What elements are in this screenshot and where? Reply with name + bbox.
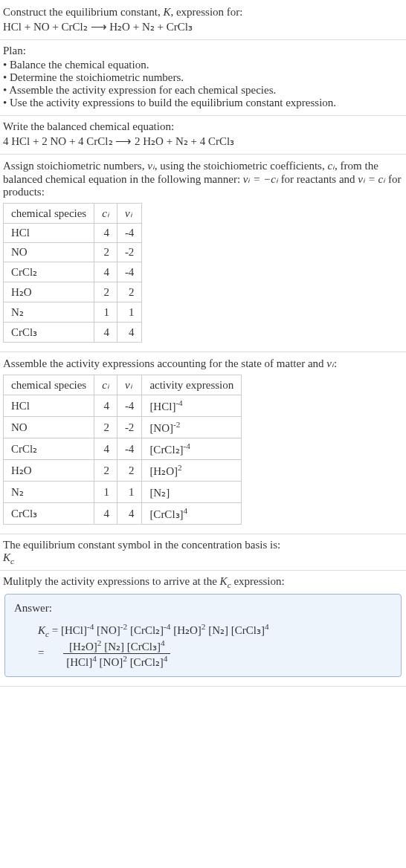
multiply-text: Mulitply the activity expressions to arr… [3,575,403,589]
cell-activity: [N₂] [142,482,242,503]
answer-label: Answer: [14,602,392,615]
col-c: cᵢ [94,375,117,395]
act-exp: 2 [178,463,182,472]
table-row: HCl4-4[HCl]-4 [4,395,242,417]
activity-heading-b: : [334,357,337,369]
cell-c: 4 [94,503,117,525]
cell-c: 2 [94,243,117,262]
stoich-text: Assign stoichiometric numbers, νᵢ, using… [3,159,403,198]
plan-item: Assemble the activity expression for eac… [3,84,403,97]
multiply-section: Mulitply the activity expressions to arr… [0,571,406,687]
kc-line-2: = [H₂O]2 [N₂] [CrCl₃]4 [HCl]4 [NO]2 [CrC… [38,638,392,669]
term-base: [N₂] [208,624,228,636]
cell-c: 1 [94,302,117,323]
kc-line-1: Kc = [HCl]-4 [NO]-2 [CrCl₂]-4 [H₂O]2 [N₂… [38,622,392,638]
intro-text-a: Construct the equilibrium constant, [3,6,163,18]
act-base: [H₂O] [149,465,178,477]
table-row: H₂O22[H₂O]2 [4,460,242,482]
kc-term: [HCl]-4 [61,624,94,636]
term-base: [CrCl₃] [231,624,265,636]
cell-species: CrCl₃ [4,503,94,525]
cell-species: CrCl₃ [4,323,94,343]
kc-frac-den: [HCl]4 [NO]2 [CrCl₂]4 [63,654,170,669]
balanced-heading: Write the balanced chemical equation: [3,120,403,133]
table-row: CrCl₂4-4 [4,262,142,282]
act-base: [CrCl₂] [149,444,183,456]
act-exp: 4 [184,506,188,515]
balanced-section: Write the balanced chemical equation: 4 … [0,116,406,155]
term-base: [CrCl₃] [127,641,161,652]
cell-c: 4 [94,323,117,343]
table-row: NO2-2[NO]-2 [4,417,242,438]
kc-eq2: = [38,647,47,658]
act-base: [CrCl₃] [149,508,183,520]
stoich-section: Assign stoichiometric numbers, νᵢ, using… [0,155,406,352]
col-species: chemical species [4,375,94,395]
cell-c: 4 [94,224,117,243]
stoich-text-a: Assign stoichiometric numbers, [3,160,147,172]
cell-nu: -4 [117,224,142,243]
term-exp: 4 [161,638,165,647]
table-row: CrCl₃44[CrCl₃]4 [4,503,242,525]
term-base: [CrCl₂] [130,624,164,636]
kc-term: [CrCl₃]4 [231,624,269,636]
act-exp: -2 [173,420,180,429]
term-base: [HCl] [66,656,92,668]
cell-activity: [HCl]-4 [142,395,242,417]
act-base: [HCl] [149,401,175,412]
intro-section: Construct the equilibrium constant, K, e… [0,0,406,40]
plan-item: Use the activity expressions to build th… [3,97,403,109]
cell-nu: -4 [117,262,142,282]
plan-heading: Plan: [3,45,403,57]
intro-text-b: , expression for: [170,6,242,18]
kc-term: [H₂O]2 [173,624,205,636]
cell-c: 4 [94,438,117,460]
cell-species: HCl [4,224,94,243]
cell-nu: 2 [117,282,142,302]
table-row: CrCl₂4-4[CrCl₂]-4 [4,438,242,460]
cell-species: H₂O [4,460,94,482]
plan-list: Balance the chemical equation. Determine… [3,59,403,109]
kc-term: [NO]-2 [97,624,127,636]
stoich-rel1: νᵢ = −cᵢ [243,173,278,185]
cell-nu: -4 [117,438,142,460]
den-term: [HCl]4 [66,656,97,668]
stoich-table: chemical species cᵢ νᵢ HCl4-4 NO2-2 CrCl… [3,203,142,343]
kc-expression: Kc = [HCl]-4 [NO]-2 [CrCl₂]-4 [H₂O]2 [N₂… [38,622,392,669]
Kc-sub: c [10,557,14,566]
term-base: [NO] [100,656,123,668]
term-exp: 2 [97,638,102,647]
term-exp: 2 [202,622,206,631]
stoich-nu: νᵢ [147,160,155,172]
stoich-rel2: νᵢ = cᵢ [358,173,385,185]
cell-species: N₂ [4,482,94,503]
symbol-Kc: Kc [3,551,403,566]
intro-line-1: Construct the equilibrium constant, K, e… [3,6,403,19]
term-base: [N₂] [104,641,124,652]
col-activity: activity expression [142,375,242,395]
cell-c: 4 [94,395,117,417]
cell-nu: -4 [117,395,142,417]
activity-nu: νᵢ [326,357,334,369]
activity-table: chemical species cᵢ νᵢ activity expressi… [3,375,242,525]
activity-heading-a: Assemble the activity expressions accoun… [3,357,326,369]
table-row: H₂O22 [4,282,142,302]
cell-nu: 4 [117,323,142,343]
num-term: [H₂O]2 [69,641,101,652]
act-base: [NO] [149,422,173,434]
cell-species: HCl [4,395,94,417]
cell-nu: 1 [117,302,142,323]
table-row: CrCl₃44 [4,323,142,343]
cell-species: NO [4,417,94,438]
multiply-Kc: K [220,575,228,587]
term-exp: 4 [265,622,269,631]
col-nu: νᵢ [117,204,142,224]
cell-nu: -2 [117,243,142,262]
term-base: [CrCl₂] [130,656,164,668]
Kc-K: K [3,551,10,563]
cell-c: 2 [94,282,117,302]
kc-fraction: [H₂O]2 [N₂] [CrCl₃]4 [HCl]4 [NO]2 [CrCl₂… [63,638,170,669]
plan-item: Balance the chemical equation. [3,59,403,71]
act-base: [N₂] [149,487,170,499]
multiply-text-b: expression: [231,575,285,587]
